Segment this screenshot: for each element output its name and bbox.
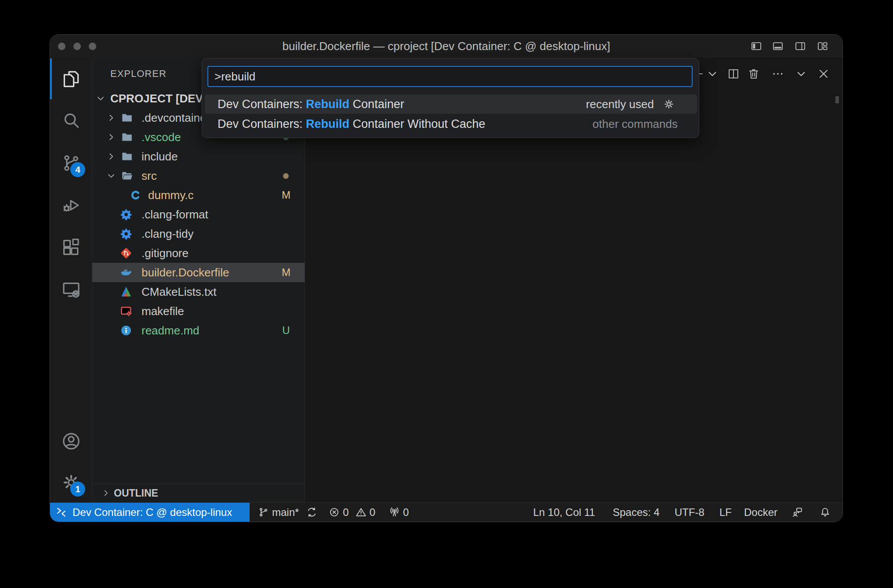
c-icon: [129, 189, 142, 202]
tree-item-cmakelists-txt[interactable]: CMakeLists.txt: [92, 282, 305, 301]
notifications-bell-icon[interactable]: [819, 506, 831, 518]
git-status-badge: M: [279, 263, 293, 282]
outline-section[interactable]: OUTLINE: [92, 483, 305, 502]
search-icon[interactable]: [61, 110, 82, 131]
error-count: 0: [343, 506, 348, 519]
sync-status-item[interactable]: [306, 506, 318, 518]
explorer-icon[interactable]: [61, 68, 82, 89]
branch-status-item[interactable]: main*: [258, 506, 299, 519]
git-status-badge: M: [279, 185, 293, 205]
traffic-light-zoom-button[interactable]: [89, 43, 96, 50]
cmake-icon: [120, 285, 133, 298]
customize-layout-icon[interactable]: [817, 40, 829, 52]
file-label: .gitignore: [142, 243, 189, 263]
run-debug-icon[interactable]: [61, 195, 82, 216]
tree-item--clang-format[interactable]: .clang-format: [92, 205, 305, 224]
file-label: .devcontainer: [142, 108, 210, 127]
folder-icon: [120, 150, 134, 163]
file-label: .vscode: [142, 127, 181, 147]
active-view-indicator: [50, 58, 52, 99]
scrollbar-thumb[interactable]: [835, 96, 839, 103]
tree-item-makefile[interactable]: makefile: [92, 301, 305, 321]
palette-result-row[interactable]: Dev Containers: Rebuild Containerrecentl…: [205, 94, 697, 114]
radio-tower-icon: [388, 506, 400, 518]
account-icon[interactable]: [61, 431, 82, 452]
cursor-position[interactable]: Ln 10, Col 11: [533, 506, 595, 519]
warning-count: 0: [370, 506, 375, 519]
file-label: CMakeLists.txt: [142, 282, 217, 301]
source-control-icon[interactable]: 4: [61, 152, 82, 174]
gear-file-icon: [120, 227, 133, 240]
settings-badge: 1: [70, 482, 85, 497]
command-palette: Dev Containers: Rebuild Containerrecentl…: [202, 58, 699, 138]
command-label: Dev Containers: Rebuild Container: [218, 98, 404, 111]
tree-item--gitignore[interactable]: .gitignore: [92, 243, 305, 263]
window-title: builder.Dockerfile — cproject [Dev Conta…: [282, 40, 610, 53]
problems-status-item[interactable]: 0 0: [328, 506, 375, 519]
remote-icon: [55, 506, 67, 518]
traffic-light-close-button[interactable]: [58, 43, 65, 50]
file-label: readme.md: [142, 321, 200, 340]
status-bar: Dev Container: C @ desktop-linux main* 0…: [50, 502, 842, 522]
folder-icon: [120, 131, 134, 144]
activity-bar: 4 1: [50, 58, 92, 502]
error-icon: [328, 506, 340, 518]
git-branch-icon: [258, 506, 269, 518]
remote-explorer-icon[interactable]: [61, 279, 82, 300]
toggle-panel-icon[interactable]: [772, 40, 784, 52]
branch-label: main*: [272, 506, 299, 519]
command-label: Dev Containers: Rebuild Container Withou…: [218, 117, 485, 131]
sync-icon: [306, 506, 318, 518]
remote-indicator[interactable]: Dev Container: C @ desktop-linux: [50, 503, 250, 522]
language-mode[interactable]: Docker: [744, 506, 777, 519]
feedback-icon[interactable]: [791, 506, 803, 518]
more-actions-icon[interactable]: [771, 67, 785, 81]
eol-sequence[interactable]: LF: [719, 506, 732, 519]
warning-icon: [355, 506, 367, 518]
close-panel-icon[interactable]: [817, 67, 831, 81]
command-group-label: recently used: [586, 98, 654, 111]
chevron-down-icon: [95, 93, 106, 104]
encoding[interactable]: UTF-8: [675, 506, 704, 519]
kill-terminal-icon[interactable]: [747, 67, 761, 81]
toggle-primary-sidebar-icon[interactable]: [750, 40, 762, 52]
docker-icon: [120, 266, 133, 279]
chevron-right-icon: [101, 488, 111, 498]
folder-icon: [120, 111, 134, 124]
split-terminal-icon[interactable]: [726, 67, 741, 81]
file-label: src: [142, 166, 157, 185]
title-bar: builder.Dockerfile — cproject [Dev Conta…: [50, 35, 842, 58]
folder-open-icon: [120, 169, 134, 182]
tree-item-include[interactable]: include: [92, 147, 305, 166]
vscode-window: builder.Dockerfile — cproject [Dev Conta…: [50, 34, 843, 522]
git-status-dot: [283, 173, 289, 179]
file-label: dummy.c: [148, 185, 194, 205]
tree-item-src[interactable]: src: [92, 166, 305, 185]
file-label: makefile: [142, 301, 184, 321]
terminal-dropdown-icon[interactable]: [705, 67, 719, 81]
tree-item-builder-dockerfile[interactable]: builder.DockerfileM: [92, 263, 305, 282]
makefile-icon: [120, 305, 133, 318]
palette-result-row[interactable]: Dev Containers: Rebuild Container Withou…: [205, 114, 697, 134]
command-palette-input[interactable]: [207, 66, 693, 87]
chevron-down-icon: [105, 170, 117, 181]
explorer-title: EXPLORER: [110, 68, 167, 80]
outline-title: OUTLINE: [114, 484, 158, 502]
restore-panel-icon[interactable]: [794, 67, 808, 81]
ports-count: 0: [403, 506, 409, 519]
toggle-secondary-sidebar-icon[interactable]: [794, 40, 806, 52]
extensions-icon[interactable]: [61, 237, 82, 258]
chevron-right-icon: [105, 112, 117, 123]
indentation[interactable]: Spaces: 4: [613, 506, 660, 519]
gear-file-icon: [120, 208, 133, 221]
ports-status-item[interactable]: 0: [388, 506, 409, 519]
git-status-badge: U: [279, 321, 293, 340]
chevron-right-icon: [105, 131, 117, 143]
tree-item--clang-tidy[interactable]: .clang-tidy: [92, 224, 305, 243]
tree-item-readme-md[interactable]: readme.mdU: [92, 321, 305, 340]
tree-item-dummy-c[interactable]: dummy.cM: [92, 185, 305, 205]
traffic-light-minimize-button[interactable]: [73, 43, 81, 50]
git-icon: [120, 247, 133, 260]
settings-gear-icon[interactable]: 1: [61, 472, 82, 493]
configure-keybinding-icon[interactable]: [663, 98, 675, 110]
